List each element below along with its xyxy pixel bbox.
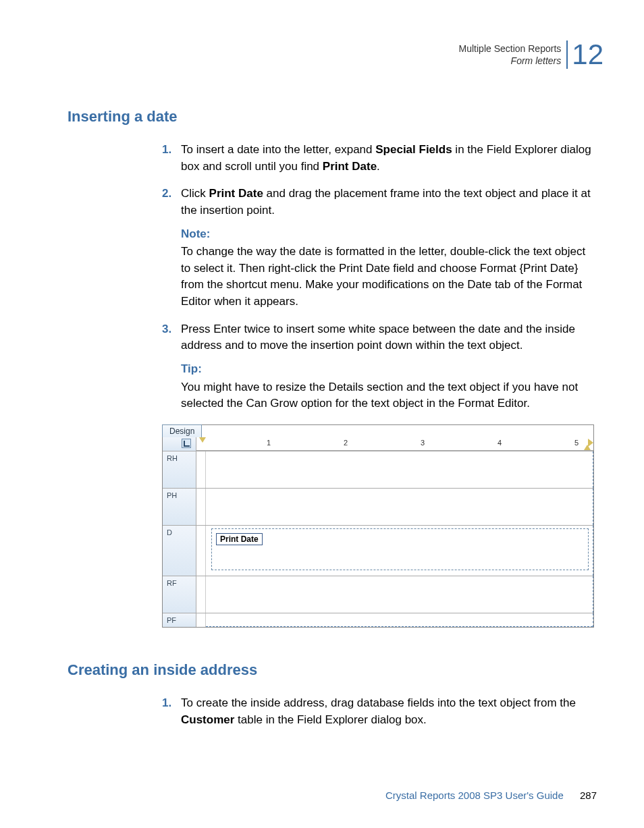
section-label-pf[interactable]: PF <box>163 613 196 627</box>
step-text: Click Print Date and drag the placement … <box>181 187 591 217</box>
ruler-tick: 5 <box>574 439 579 447</box>
step-number: 1. <box>162 695 171 712</box>
ruler-tick: 1 <box>267 439 271 447</box>
note-body: To change the way the date is formatted … <box>181 244 597 310</box>
section-details: D Print Date <box>163 525 593 576</box>
content-block: 1. To insert a date into the letter, exp… <box>162 142 597 412</box>
section-label-rf[interactable]: RF <box>163 576 196 613</box>
vertical-ruler[interactable] <box>196 613 206 627</box>
horizontal-ruler[interactable]: 1 2 3 4 5 <box>196 437 593 451</box>
step-3: 3. Press Enter twice to insert some whit… <box>162 321 597 412</box>
ruler-marker-icon <box>199 437 206 443</box>
section-ph: PH <box>163 488 593 525</box>
vertical-ruler[interactable] <box>196 489 206 525</box>
breadcrumb-sub: Form letters <box>459 55 562 67</box>
ruler-tick: 2 <box>344 439 348 447</box>
footer-guide-name: Crystal Reports 2008 SP3 User's Guide <box>385 790 564 801</box>
tip-body: You might have to resize the Details sec… <box>181 379 597 412</box>
heading-inside-address: Creating an inside address <box>68 661 597 679</box>
ruler-pointer-icon <box>588 439 593 447</box>
design-view-figure: Design 1 2 3 4 5 RH PH D Print Date <box>162 424 594 628</box>
step-1: 1. To insert a date into the letter, exp… <box>162 142 597 175</box>
section-rh: RH <box>163 451 593 488</box>
step-text: Press Enter twice to insert some white s… <box>181 323 575 352</box>
footer-page-number: 287 <box>580 790 597 801</box>
section-label-d[interactable]: D <box>163 526 196 576</box>
bold-print-date-2: Print Date <box>209 187 263 200</box>
ruler-tick: 4 <box>498 439 502 447</box>
note-label: Note: <box>181 226 597 243</box>
tab-design[interactable]: Design <box>162 424 202 437</box>
chapter-number: 12 <box>566 40 603 69</box>
content-block-2: 1. To create the inside address, drag da… <box>162 695 597 728</box>
ruler-tick: 3 <box>421 439 425 447</box>
step-text: To create the inside address, drag datab… <box>181 696 576 726</box>
ruler-corner <box>163 437 196 451</box>
section-body[interactable] <box>196 613 593 627</box>
step-number: 2. <box>162 186 171 202</box>
page-footer: Crystal Reports 2008 SP3 User's Guide 28… <box>0 790 644 801</box>
breadcrumb: Multiple Section Reports <box>459 43 562 55</box>
page-header: Multiple Section Reports Form letters 12 <box>459 40 603 69</box>
step-text: To insert a date into the letter, expand… <box>181 143 591 173</box>
heading-inserting-date: Inserting a date <box>68 108 597 126</box>
vertical-ruler[interactable] <box>196 526 206 576</box>
section-body[interactable] <box>196 489 593 525</box>
ruler-row: 1 2 3 4 5 <box>163 437 593 451</box>
bold-customer: Customer <box>181 713 234 726</box>
vertical-ruler[interactable] <box>196 576 206 613</box>
bold-print-date: Print Date <box>323 160 377 173</box>
text-object[interactable]: Print Date <box>211 528 589 570</box>
section-body[interactable] <box>196 451 593 488</box>
step-number: 1. <box>162 142 171 159</box>
section-rf: RF <box>163 576 593 613</box>
section-label-ph[interactable]: PH <box>163 489 196 525</box>
step-1-b: 1. To create the inside address, drag da… <box>162 695 597 728</box>
section-label-rh[interactable]: RH <box>163 451 196 488</box>
vertical-ruler[interactable] <box>196 451 206 488</box>
section-body[interactable] <box>196 576 593 613</box>
step-number: 3. <box>162 321 171 338</box>
tip-label: Tip: <box>181 361 597 378</box>
print-date-field[interactable]: Print Date <box>216 533 263 545</box>
section-body[interactable]: Print Date <box>196 526 593 576</box>
section-pf: PF <box>163 613 593 627</box>
bold-special-fields: Special Fields <box>375 143 452 156</box>
step-2: 2. Click Print Date and drag the placeme… <box>162 186 597 310</box>
tab-stop-icon[interactable] <box>182 439 191 448</box>
